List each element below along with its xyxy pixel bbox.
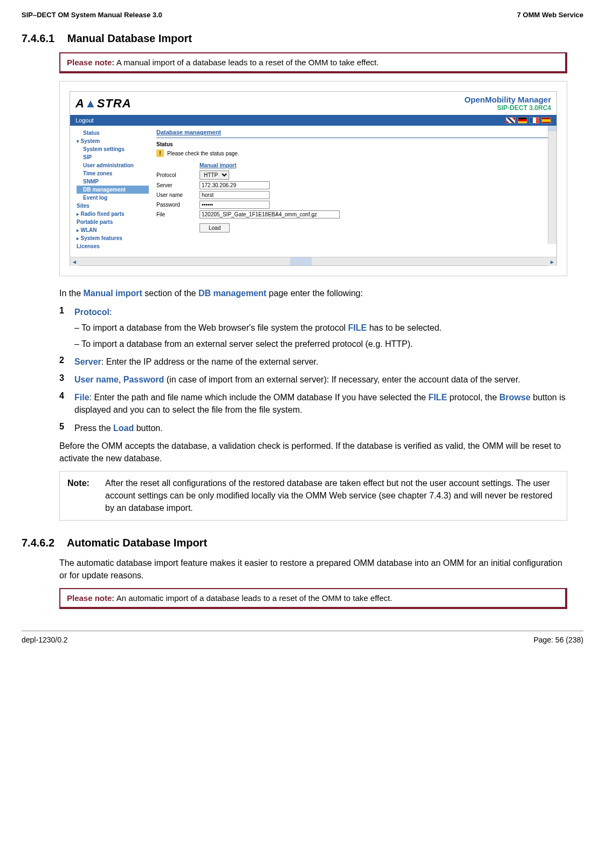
manual-import-label: Manual import [200, 162, 551, 168]
note-text: After the reset all configurations of th… [105, 477, 559, 515]
footer-right: Page: 56 (238) [533, 635, 583, 644]
nav-system[interactable]: System [77, 137, 149, 145]
app-title: OpenMobility Manager SIP-DECT 3.0RC4 [464, 95, 551, 112]
footer-left: depl-1230/0.2 [22, 635, 68, 644]
flag-fr-icon[interactable] [530, 117, 539, 124]
section-number-2: 7.4.6.2 [22, 537, 54, 549]
horizontal-scrollbar[interactable]: ◄ ► [70, 257, 556, 265]
please-note-label: Please note: [67, 58, 114, 67]
section-heading-1: 7.4.6.1 Manual Database Import [22, 32, 583, 45]
app-title-main: OpenMobility Manager [464, 95, 551, 104]
main-title: Database management [156, 129, 551, 135]
app-title-version: SIP-DECT 3.0RC4 [464, 104, 551, 112]
please-note-box-2: Please note: An automatic import of a da… [59, 588, 567, 609]
nav-wlan[interactable]: WLAN [77, 226, 149, 234]
flag-es-icon[interactable] [541, 117, 551, 124]
password-input[interactable] [200, 201, 270, 209]
nav-status[interactable]: Status [77, 129, 149, 137]
auto-intro: The automatic database import feature ma… [59, 557, 567, 582]
server-label: Server [156, 182, 200, 188]
header-right: 7 OMM Web Service [517, 11, 583, 19]
username-label: User name [156, 192, 200, 198]
nav-db-management[interactable]: DB management [77, 186, 149, 194]
step-4: 4 File: Enter the path and file name whi… [59, 391, 567, 416]
title-divider [156, 138, 551, 138]
scroll-right-icon[interactable]: ► [548, 257, 556, 266]
please-note-label-2: Please note: [67, 593, 114, 603]
intro-paragraph: In the Manual import section of the DB m… [59, 287, 567, 299]
protocol-select[interactable]: HTTP [200, 170, 229, 180]
nav-sip[interactable]: SIP [77, 153, 149, 161]
logo-triangle-icon: ▲ [85, 97, 97, 110]
username-input[interactable] [200, 191, 270, 199]
scroll-left-icon[interactable]: ◄ [70, 257, 79, 266]
warning-icon: ! [156, 149, 164, 157]
nav-system-features[interactable]: System features [77, 234, 149, 242]
step-2: 2 Server: Enter the IP address or the na… [59, 356, 567, 368]
after-paragraph: Before the OMM accepts the database, a v… [59, 440, 567, 464]
nav-time-zones[interactable]: Time zones [77, 169, 149, 177]
nav-portable-parts[interactable]: Portable parts [77, 218, 149, 226]
vertical-scrollbar[interactable] [548, 126, 556, 244]
file-label: File [156, 211, 200, 217]
nav-event-log[interactable]: Event log [77, 194, 149, 202]
note-label: Note: [67, 477, 105, 515]
language-flags [506, 117, 551, 124]
flag-uk-icon[interactable] [506, 117, 515, 124]
footer-divider [22, 631, 583, 631]
sidebar-nav: Status System System settings SIP User a… [70, 126, 151, 254]
status-message: Please check the status page. [167, 151, 239, 156]
aastra-logo: A▲STRA [75, 97, 132, 111]
omm-screenshot: A▲STRA OpenMobility Manager SIP-DECT 3.0… [70, 91, 557, 266]
nav-sites[interactable]: Sites [77, 202, 149, 210]
file-input[interactable] [200, 210, 340, 218]
logout-link[interactable]: Logout [75, 117, 94, 124]
step-5: 5 Press the Load button. [59, 422, 567, 434]
step-1: 1 Protocol: – To import a database from … [59, 306, 567, 350]
page-header: SIP–DECT OM System Manual Release 3.0 7 … [22, 11, 583, 19]
steps-list: 1 Protocol: – To import a database from … [59, 306, 567, 434]
status-label: Status [156, 141, 551, 147]
header-left: SIP–DECT OM System Manual Release 3.0 [22, 11, 162, 19]
please-note-box-1: Please note: A manual import of a databa… [59, 52, 567, 73]
nav-licenses[interactable]: Licenses [77, 242, 149, 250]
please-note-text: A manual import of a database leads to a… [116, 58, 379, 67]
screenshot-container: A▲STRA OpenMobility Manager SIP-DECT 3.0… [59, 81, 567, 276]
page-footer: depl-1230/0.2 Page: 56 (238) [22, 635, 583, 644]
nav-radio-fixed-parts[interactable]: Radio fixed parts [77, 210, 149, 218]
nav-system-settings[interactable]: System settings [77, 145, 149, 153]
protocol-label: Protocol [156, 172, 200, 178]
scrollbar-thumb-h[interactable] [290, 257, 312, 265]
please-note-text-2: An automatic import of a database leads … [116, 593, 393, 603]
scrollbar-thumb[interactable] [548, 126, 556, 131]
section-number: 7.4.6.1 [22, 32, 54, 44]
flag-de-icon[interactable] [518, 117, 527, 124]
section-title-2: Automatic Database Import [67, 537, 207, 549]
step-3: 3 User name, Password (in case of import… [59, 373, 567, 386]
nav-user-admin[interactable]: User administration [77, 161, 149, 169]
password-label: Password [156, 202, 200, 208]
main-panel: Database management Status ! Please chec… [151, 126, 556, 254]
nav-snmp[interactable]: SNMP [77, 177, 149, 186]
note-box: Note: After the reset all configurations… [59, 471, 567, 521]
section-title: Manual Database Import [67, 32, 192, 44]
section-heading-2: 7.4.6.2 Automatic Database Import [22, 537, 583, 549]
load-button[interactable]: Load [200, 223, 230, 233]
server-input[interactable] [200, 181, 270, 189]
